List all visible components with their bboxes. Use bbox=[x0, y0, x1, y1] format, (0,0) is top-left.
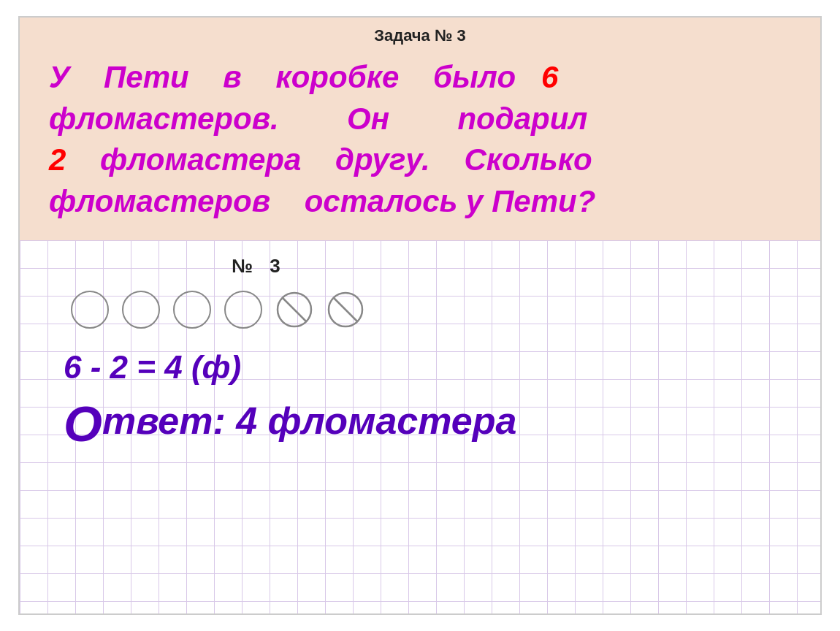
header-area: Задача № 3 У Пети в коробке было 6 флома… bbox=[20, 18, 820, 240]
svg-line-3 bbox=[334, 298, 357, 321]
circle-crossed-1 bbox=[275, 291, 313, 329]
problem-part3a: фломастера другу. Сколько bbox=[66, 142, 592, 177]
circle-4 bbox=[224, 291, 262, 329]
problem-num2: 2 bbox=[49, 142, 66, 177]
circle-1 bbox=[71, 291, 109, 329]
equation: 6 - 2 = 4 (ф) bbox=[64, 349, 784, 386]
answer-text: твет: 4 фломастера bbox=[102, 399, 517, 442]
task-title: Задача № 3 bbox=[49, 26, 791, 57]
problem-part3b: фломастеров осталось у Пети? bbox=[49, 184, 595, 218]
circle-2 bbox=[122, 291, 160, 329]
circle-crossed-2 bbox=[327, 291, 364, 329]
answer: Ответ: 4 фломастера bbox=[64, 399, 784, 448]
problem-part2: фломастеров. Он подарил bbox=[49, 102, 587, 136]
number-label: № 3 bbox=[232, 255, 784, 278]
slide: Задача № 3 У Пети в коробке было 6 флома… bbox=[18, 16, 822, 615]
problem-part1: У Пети в коробке было bbox=[49, 60, 541, 94]
problem-num1: 6 bbox=[541, 60, 558, 94]
svg-line-1 bbox=[283, 298, 306, 321]
circles-row bbox=[71, 291, 784, 329]
answer-o: О bbox=[64, 396, 102, 451]
grid-area: № 3 6 - 2 = 4 (ф) От bbox=[20, 240, 820, 613]
problem-text: У Пети в коробке было 6 фломастеров. Он … bbox=[49, 57, 791, 240]
circle-3 bbox=[173, 291, 211, 329]
